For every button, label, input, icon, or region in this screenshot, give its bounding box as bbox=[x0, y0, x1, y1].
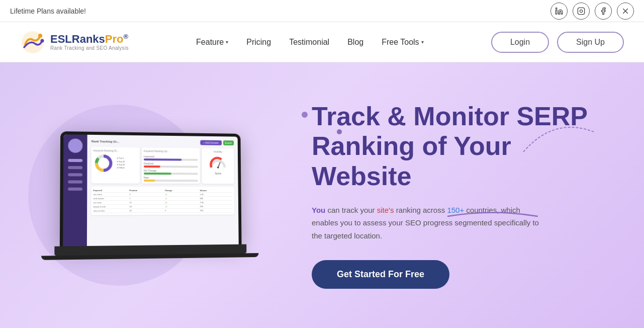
nav-links: Feature ▾ Pricing Testimonial Blog Free … bbox=[196, 38, 424, 47]
chevron-down-icon: ▾ bbox=[226, 39, 228, 45]
logo-area: ESLRanksPro® Rank Tracking and SEO Analy… bbox=[20, 30, 129, 55]
mini-sidebar bbox=[63, 134, 87, 246]
hero-left: Rank Tracking Gr... + Add Domain Export … bbox=[0, 62, 292, 328]
social-icons bbox=[550, 3, 634, 20]
deco-dots bbox=[302, 112, 308, 123]
svg-rect-2 bbox=[578, 8, 584, 14]
deco-underline bbox=[442, 206, 543, 223]
nav-free-tools[interactable]: Free Tools ▾ bbox=[382, 38, 423, 47]
facebook-icon[interactable] bbox=[595, 3, 612, 20]
instagram-icon[interactable] bbox=[573, 3, 590, 20]
svg-point-8 bbox=[41, 39, 44, 42]
twitter-x-icon[interactable] bbox=[617, 3, 634, 20]
nav-feature[interactable]: Feature ▾ bbox=[196, 38, 228, 47]
nav-blog[interactable]: Blog bbox=[347, 38, 363, 47]
deco-dot-2 bbox=[337, 129, 342, 134]
hero-right: Track & Monitor SERP Ranking of Your Web… bbox=[292, 102, 614, 289]
logo-icon bbox=[20, 30, 45, 55]
svg-point-7 bbox=[38, 34, 42, 38]
banner-text: Lifetime Plans available! bbox=[10, 7, 86, 15]
cta-button[interactable]: Get Started For Free bbox=[312, 260, 449, 289]
login-button[interactable]: Login bbox=[491, 32, 549, 53]
logo-text-area: ESLRanksPro® Rank Tracking and SEO Analy… bbox=[50, 33, 129, 51]
hero-section: Rank Tracking Gr... + Add Domain Export … bbox=[0, 62, 644, 328]
deco-arc bbox=[513, 112, 604, 164]
nav-pricing[interactable]: Pricing bbox=[246, 38, 271, 47]
top-banner: Lifetime Plans available! bbox=[0, 0, 644, 22]
signup-button[interactable]: Sign Up bbox=[557, 32, 624, 53]
logo-tagline: Rank Tracking and SEO Analysis bbox=[50, 45, 129, 51]
svg-rect-0 bbox=[556, 10, 557, 14]
svg-point-1 bbox=[556, 8, 557, 9]
logo-brand: ESLRanksPro® bbox=[50, 33, 129, 46]
chevron-down-icon: ▾ bbox=[421, 39, 424, 45]
svg-point-13 bbox=[99, 159, 107, 167]
laptop-illustration: Rank Tracking Gr... + Add Domain Export … bbox=[59, 131, 258, 260]
svg-point-15 bbox=[217, 167, 219, 169]
nav-testimonial[interactable]: Testimonial bbox=[289, 38, 329, 47]
linkedin-icon[interactable] bbox=[550, 3, 568, 20]
nav-buttons: Login Sign Up bbox=[491, 32, 624, 53]
navbar: ESLRanksPro® Rank Tracking and SEO Analy… bbox=[0, 22, 644, 62]
